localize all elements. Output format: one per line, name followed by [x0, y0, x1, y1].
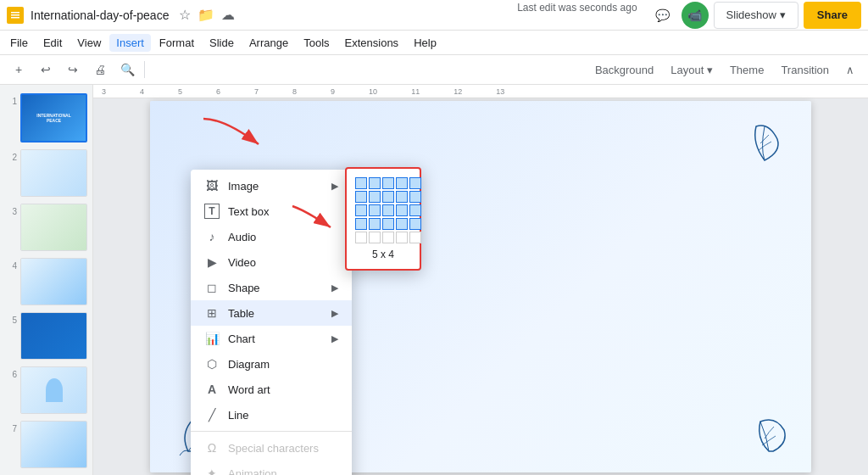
zoom-button[interactable]: 🔍	[115, 58, 139, 81]
table-cell-4-4[interactable]	[409, 232, 421, 243]
slide-thumb-7[interactable]: 7	[3, 419, 89, 470]
chart-arrow: ▶	[331, 333, 338, 344]
slide-img-7	[21, 422, 86, 467]
table-submenu: 5 x 4	[345, 167, 421, 271]
menu-item-wordart[interactable]: A Word art	[191, 377, 352, 402]
slide-num-7: 7	[5, 424, 17, 433]
table-cell-2-0[interactable]	[355, 204, 367, 216]
table-cell-4-1[interactable]	[369, 232, 381, 243]
table-cell-0-2[interactable]	[382, 177, 394, 189]
menu-item-line[interactable]: ╱ Line	[191, 402, 352, 428]
slide-img-4	[21, 259, 86, 305]
special-chars-label: Special characters	[228, 442, 319, 455]
table-grid[interactable]	[355, 177, 411, 243]
table-cell-4-2[interactable]	[382, 232, 394, 243]
slide-preview-1[interactable]: INTERNATIONALPEACE	[20, 93, 87, 142]
table-cell-1-2[interactable]	[382, 191, 394, 203]
menu-file[interactable]: File	[3, 34, 35, 52]
menu-tools[interactable]: Tools	[297, 34, 336, 52]
print-button[interactable]: 🖨	[88, 58, 112, 81]
table-cell-3-2[interactable]	[382, 218, 394, 230]
chat-button[interactable]: 💬	[649, 2, 676, 29]
slide-img-6	[21, 367, 86, 413]
slide-thumb-3[interactable]: 3	[3, 202, 89, 253]
undo-button[interactable]: ↩	[34, 58, 58, 81]
main-layout: 1 INTERNATIONALPEACE 2 3 4	[0, 85, 868, 475]
special-chars-icon: Ω	[204, 440, 220, 455]
slide-preview-6[interactable]	[20, 366, 87, 414]
ruler: 345678910111213	[93, 85, 868, 98]
table-cell-0-4[interactable]	[409, 177, 421, 189]
menu-item-chart[interactable]: 📊 Chart ▶	[191, 326, 352, 351]
table-cell-3-4[interactable]	[409, 218, 421, 230]
slideshow-label: Slideshow	[726, 8, 776, 21]
menu-format[interactable]: Format	[153, 34, 201, 52]
document-title[interactable]: International-day-of-peace	[31, 8, 169, 22]
background-label[interactable]: Background	[588, 61, 660, 79]
svg-rect-2	[11, 14, 19, 16]
add-button[interactable]: +	[7, 58, 31, 81]
menu-item-shape[interactable]: ◻ Shape ▶	[191, 275, 352, 300]
chart-label: Chart	[228, 332, 255, 345]
shape-arrow: ▶	[331, 282, 338, 293]
slide-preview-4[interactable]	[20, 258, 87, 305]
slide-preview-5[interactable]	[20, 312, 87, 360]
transition-label[interactable]: Transition	[774, 61, 836, 79]
table-cell-2-4[interactable]	[409, 204, 421, 216]
slide-preview-7[interactable]	[20, 421, 87, 468]
table-cell-2-3[interactable]	[396, 204, 408, 216]
table-cell-3-1[interactable]	[369, 218, 381, 230]
menu-item-audio[interactable]: ♪ Audio	[191, 224, 352, 249]
table-cell-0-1[interactable]	[369, 177, 381, 189]
table-cell-2-1[interactable]	[369, 204, 381, 216]
table-cell-0-3[interactable]	[396, 177, 408, 189]
menu-item-diagram[interactable]: ⬡ Diagram	[191, 351, 352, 377]
slideshow-button[interactable]: Slideshow ▾	[714, 2, 798, 29]
wordart-label: Word art	[228, 383, 270, 396]
slide-thumb-6[interactable]: 6	[3, 365, 89, 416]
image-icon: 🖼	[204, 178, 220, 193]
slide-num-1: 1	[5, 97, 17, 106]
table-cell-1-0[interactable]	[355, 191, 367, 203]
slide-thumb-1[interactable]: 1 INTERNATIONALPEACE	[3, 92, 89, 144]
table-size-label: 5 x 4	[355, 249, 411, 260]
cloud-icon[interactable]: ☁	[221, 7, 235, 23]
meet-button[interactable]: 📹	[682, 2, 709, 29]
menu-insert[interactable]: Insert	[109, 34, 151, 52]
table-cell-1-3[interactable]	[396, 191, 408, 203]
redo-button[interactable]: ↪	[61, 58, 85, 81]
table-cell-2-2[interactable]	[382, 204, 394, 216]
folder-icon[interactable]: 📁	[198, 7, 214, 23]
menu-item-image[interactable]: 🖼 Image ▶	[191, 173, 352, 198]
menu-view[interactable]: View	[70, 34, 108, 52]
menu-arrange[interactable]: Arrange	[242, 34, 295, 52]
menu-item-table[interactable]: ⊞ Table ▶	[191, 300, 352, 326]
menu-item-animation: ✦ Animation	[191, 461, 352, 475]
menu-slide[interactable]: Slide	[203, 34, 241, 52]
slide-preview-3[interactable]	[20, 204, 87, 251]
slide-thumb-4[interactable]: 4	[3, 256, 89, 307]
table-cell-4-0[interactable]	[355, 232, 367, 243]
table-cell-0-0[interactable]	[355, 177, 367, 189]
theme-label[interactable]: Theme	[723, 61, 771, 79]
menu-extensions[interactable]: Extensions	[338, 34, 406, 52]
table-cell-1-4[interactable]	[409, 191, 421, 203]
slide-thumb-2[interactable]: 2	[3, 148, 89, 198]
table-cell-3-3[interactable]	[396, 218, 408, 230]
toolbar: + ↩ ↪ 🖨 🔍 Background Layout ▾ Theme Tran…	[0, 54, 868, 85]
menu-help[interactable]: Help	[407, 34, 443, 52]
menu-edit[interactable]: Edit	[36, 34, 69, 52]
slide-preview-2[interactable]	[20, 149, 87, 197]
menu-item-textbox[interactable]: T Text box	[191, 198, 352, 224]
table-cell-1-1[interactable]	[369, 191, 381, 203]
table-cell-3-0[interactable]	[355, 218, 367, 230]
slide-thumb-5[interactable]: 5	[3, 310, 89, 361]
star-icon[interactable]: ☆	[179, 7, 191, 23]
insert-menu: 🖼 Image ▶ T Text box ♪ Audio ▶ Video ◻	[191, 170, 352, 475]
collapse-icon[interactable]: ∧	[839, 61, 861, 79]
canvas-area: 345678910111213	[93, 85, 868, 475]
layout-label[interactable]: Layout ▾	[664, 61, 720, 79]
table-cell-4-3[interactable]	[396, 232, 408, 243]
share-button[interactable]: Share	[804, 2, 861, 29]
menu-item-video[interactable]: ▶ Video	[191, 249, 352, 275]
